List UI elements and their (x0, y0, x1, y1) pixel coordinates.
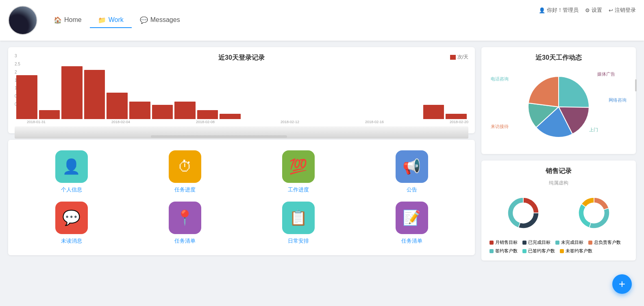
nav-tabs: 🏠 Home 📁 Work 💬 Messages (46, 13, 188, 28)
legend-item: 未签约客户数 (560, 248, 592, 254)
icon-label: 工作进度 (288, 186, 309, 193)
icon-label: 任务清单 (401, 237, 422, 245)
bar (39, 110, 60, 119)
tab-work[interactable]: 📁 Work (90, 13, 132, 28)
legend-dot (588, 241, 592, 245)
legend-dot (490, 241, 494, 245)
main-content: 近30天登录记录 次/天 00.511.522.53 2018-01-31201… (0, 41, 644, 267)
legend-text: 签约客户数 (495, 248, 518, 254)
logout-icon: ↩ (609, 7, 613, 13)
shortcut-item[interactable]: 📝 任务清单 (359, 202, 464, 245)
icon-box: 👤 (55, 150, 88, 183)
pie-label-text: 来访接待 (491, 124, 509, 130)
pie-label-text: 网络咨询 (609, 97, 627, 103)
bar (423, 105, 444, 119)
icon-label: 任务进度 (174, 186, 196, 193)
messages-icon: 💬 (140, 16, 148, 24)
bar (174, 102, 196, 119)
icons-grid: 👤 个人信息 ⏱ 任务进度 💯 工作进度 📢 公告 💬 未读消息 📍 任务清单 … (15, 146, 468, 249)
shortcut-item[interactable]: 👤 个人信息 (19, 150, 124, 193)
icon-box: 📍 (169, 202, 201, 234)
bar (129, 102, 150, 119)
donut1-svg (501, 191, 546, 235)
icon-box: ⏱ (169, 150, 201, 183)
legend-item: 已签约客户数 (522, 248, 555, 254)
sales-chart-subtitle: 纯属虚构 (488, 180, 629, 187)
x-axis-labels: 2018-01-312018-02-042018-02-082018-02-12… (15, 120, 468, 124)
avatar (8, 6, 37, 35)
legend-dot (560, 249, 564, 253)
legend-box (450, 55, 456, 60)
legend-text: 未完成目标 (561, 239, 583, 245)
fab-button[interactable]: + (612, 274, 632, 294)
pie-label-text: 电话咨询 (491, 76, 509, 82)
gear-icon: ⚙ (585, 7, 590, 13)
bar (152, 105, 173, 119)
legend-item: 已完成目标 (522, 239, 550, 245)
shortcuts-card: 👤 个人信息 ⏱ 任务进度 💯 工作进度 📢 公告 💬 未读消息 📍 任务清单 … (8, 140, 475, 255)
legend-text: 未签约客户数 (566, 248, 592, 254)
donut-area (488, 191, 629, 235)
legend-dot (555, 241, 559, 245)
login-chart-card: 近30天登录记录 次/天 00.511.522.53 2018-01-31201… (8, 47, 475, 133)
right-column: 近30天工作动态 电话咨询媒体广告网络咨询上门来访接待 销售记录 纯属虚构 月销… (481, 47, 636, 260)
shortcut-item[interactable]: ⏱ 任务进度 (132, 150, 237, 193)
legend-dot (522, 241, 527, 245)
legend-item: 总负责客户数 (588, 239, 621, 245)
legend-dot (522, 249, 527, 253)
icon-label: 日常安排 (288, 237, 309, 245)
legend-label: 次/天 (457, 54, 468, 61)
bar (197, 110, 218, 119)
mini-scroll-bar[interactable] (151, 135, 287, 138)
bar (220, 114, 241, 119)
pie-chart-area: 电话咨询媒体广告网络咨询上门来访接待 (488, 66, 629, 148)
icon-label: 未读消息 (61, 237, 82, 245)
home-icon: 🏠 (54, 16, 62, 24)
tab-work-label: Work (109, 16, 124, 24)
header: 🏠 Home 📁 Work 💬 Messages 👤 你好！管理员 ⚙ 设置 ↩… (0, 0, 644, 41)
logout-button[interactable]: ↩ 注销登录 (609, 7, 636, 14)
work-icon: 📁 (98, 16, 106, 24)
sales-chart-title: 销售记录 (488, 167, 629, 176)
left-column: 近30天登录记录 次/天 00.511.522.53 2018-01-31201… (8, 47, 475, 260)
icon-box: 💬 (55, 202, 88, 234)
tab-messages[interactable]: 💬 Messages (132, 13, 188, 28)
scroll-indicator (635, 79, 637, 91)
pie-chart-svg (522, 70, 595, 143)
legend-item: 未完成目标 (555, 239, 583, 245)
donut2-svg (572, 191, 616, 235)
icon-box: 📢 (396, 150, 428, 183)
bar (107, 93, 128, 119)
shortcut-item[interactable]: 💬 未读消息 (19, 202, 124, 245)
mini-chart[interactable] (15, 126, 468, 139)
icon-label: 公告 (407, 186, 417, 193)
bar (446, 114, 467, 119)
shortcut-item[interactable]: 📋 日常安排 (246, 202, 351, 245)
tab-home[interactable]: 🏠 Home (46, 13, 90, 28)
work-chart-title: 近30天工作动态 (488, 54, 629, 62)
icon-box: 📋 (282, 202, 315, 234)
shortcut-item[interactable]: 📍 任务清单 (132, 202, 237, 245)
login-chart-title: 近30天登录记录 (15, 54, 468, 62)
shortcut-item[interactable]: 📢 公告 (359, 150, 464, 193)
sales-chart-card: 销售记录 纯属虚构 月销售目标已完成目标未完成目标总负责客户数签约客户数已签约客… (481, 161, 636, 260)
sales-legend: 月销售目标已完成目标未完成目标总负责客户数签约客户数已签约客户数未签约客户数 (488, 239, 629, 254)
icon-box: 💯 (282, 150, 315, 183)
user-icon: 👤 (539, 7, 545, 13)
icon-label: 任务清单 (174, 237, 196, 245)
legend-item: 月销售目标 (490, 239, 518, 245)
legend-item: 签约客户数 (490, 248, 518, 254)
icon-box: 📝 (396, 202, 428, 234)
settings-button[interactable]: ⚙ 设置 (585, 7, 602, 14)
legend-dot (490, 249, 494, 253)
bar (84, 70, 105, 119)
pie-label-text: 媒体广告 (597, 71, 615, 77)
tab-home-label: Home (64, 16, 82, 24)
header-right: 👤 你好！管理员 ⚙ 设置 ↩ 注销登录 (539, 7, 636, 14)
legend-text: 总负责客户数 (594, 239, 621, 245)
bars-area (15, 66, 468, 119)
bar (61, 66, 83, 119)
bar (16, 75, 37, 119)
shortcut-item[interactable]: 💯 工作进度 (246, 150, 351, 193)
icon-label: 个人信息 (61, 186, 82, 193)
